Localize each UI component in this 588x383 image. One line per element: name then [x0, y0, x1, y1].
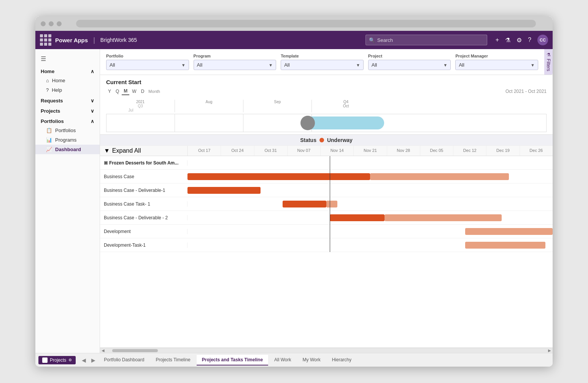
- sidebar-item-help[interactable]: ? Help: [35, 85, 100, 95]
- table-row: ▣ Frozen Desserts for South Am...: [100, 156, 553, 170]
- project-filter-select[interactable]: All ▼: [368, 60, 451, 70]
- sidebar-home-title[interactable]: Home ∧: [35, 65, 100, 76]
- table-row: Business Case Task- 1: [100, 197, 553, 211]
- program-filter-select[interactable]: All ▼: [194, 60, 277, 70]
- zoom-w[interactable]: W: [130, 88, 138, 95]
- home-chevron: ∧: [91, 69, 94, 74]
- table-row: Business Case: [100, 170, 553, 184]
- scroll-right-arrow[interactable]: ▶: [548, 348, 551, 353]
- portfolios-item-label: Portfolios: [55, 128, 76, 133]
- sidebar-projects-title[interactable]: Projects ∨: [35, 105, 100, 115]
- timeline-title: Current Start: [106, 79, 547, 85]
- chart-area-dev: [188, 225, 553, 238]
- bar-bc-solid: [188, 173, 370, 180]
- tab-portfolio-dashboard[interactable]: Portfolio Dashboard: [99, 355, 149, 365]
- bc-label-text: Business Case: [104, 174, 134, 179]
- url-bar[interactable]: [76, 20, 536, 27]
- template-filter-value: All: [284, 62, 289, 68]
- bottom-app-label: Projects ⚙: [38, 356, 76, 364]
- sidebar-item-portfolios[interactable]: 📋 Portfolios: [35, 126, 100, 135]
- tab-nav-prev[interactable]: ◀: [79, 356, 88, 364]
- hamburger-menu[interactable]: ☰: [35, 52, 100, 65]
- filters-bar: Portfolio All ▼ Program All ▼: [100, 49, 544, 75]
- date-headers: Oct 17 Oct 24 Oct 31 Nov 07 Nov 14 Nov 2…: [188, 146, 553, 156]
- portfolio-filter-select[interactable]: All ▼: [106, 60, 189, 70]
- date-col-nov07: Nov 07: [287, 146, 320, 156]
- today-line-dev-t1: [330, 238, 330, 252]
- add-icon[interactable]: +: [496, 37, 499, 43]
- dev-label: Development: [104, 229, 131, 234]
- dashboard-icon: 📈: [46, 147, 52, 152]
- chart-area-project: [188, 156, 553, 170]
- filter-portfolio: Portfolio All ▼: [106, 54, 189, 70]
- tab-all-work[interactable]: All Work: [269, 355, 296, 365]
- date-col-oct31: Oct 31: [254, 146, 287, 156]
- chart-area-bc-d2: [188, 211, 553, 225]
- table-row: Development-Task-1: [100, 238, 553, 252]
- avatar[interactable]: CC: [537, 35, 548, 45]
- zoom-d[interactable]: D: [139, 88, 146, 95]
- tab-hierarchy[interactable]: Hierarchy: [327, 355, 357, 365]
- scrollbar-track[interactable]: [105, 349, 548, 352]
- chart-area-bc-t1: [188, 197, 553, 211]
- sidebar: ☰ Home ∧ ⌂ Home ? Help Requests ∨ Projec…: [35, 49, 100, 353]
- waffle-icon[interactable]: [40, 34, 51, 46]
- timeline-section: Current Start Y Q M W D Month Oct 2021 -…: [100, 75, 553, 135]
- tab-nav-next[interactable]: ▶: [89, 356, 98, 364]
- date-col-oct17: Oct 17: [188, 146, 221, 156]
- tab-projects-tasks-timeline[interactable]: Projects and Tasks Timeline: [197, 355, 268, 365]
- status-value: Underway: [327, 137, 353, 143]
- chart-area-bc-d1: [188, 184, 553, 197]
- sidebar-requests-title[interactable]: Requests ∨: [35, 95, 100, 105]
- bottom-settings-icon[interactable]: ⚙: [68, 358, 72, 362]
- bar-bc-t1-light: [326, 201, 337, 207]
- horizontal-scrollbar[interactable]: ◀ ▶: [100, 348, 553, 353]
- gantt-table: ▼ Expand All Oct 17 Oct 24 Oct 31 Nov 07…: [100, 146, 553, 348]
- template-filter-select[interactable]: All ▼: [281, 60, 364, 70]
- projects-chevron: ∨: [91, 108, 94, 114]
- zoom-m[interactable]: M: [122, 88, 129, 95]
- app-bar: Power Apps | BrightWork 365 🔍 Search + ⚗…: [35, 31, 553, 49]
- brand-name: BrightWork 365: [100, 37, 137, 43]
- filters-side-label: ⚗ Filters: [546, 52, 551, 71]
- scroll-left-arrow[interactable]: ◀: [102, 348, 105, 353]
- filter-program: Program All ▼: [194, 54, 277, 70]
- programs-icon: 📊: [46, 137, 52, 143]
- filters-side-button[interactable]: ⚗ Filters: [544, 49, 553, 75]
- portfolios-icon: 📋: [46, 128, 52, 133]
- expand-all-label: Expand All: [112, 147, 141, 154]
- tab-projects-timeline[interactable]: Projects Timeline: [150, 355, 195, 365]
- search-bar[interactable]: 🔍 Search: [366, 35, 487, 45]
- project-filter-label: Project: [368, 54, 451, 58]
- date-col-dec05: Dec 05: [420, 146, 453, 156]
- title-bar: [35, 16, 553, 31]
- bar-bc-d2-solid: [330, 214, 385, 221]
- help-icon[interactable]: ?: [528, 37, 531, 43]
- app-window: Power Apps | BrightWork 365 🔍 Search + ⚗…: [35, 16, 553, 367]
- date-col-dec12: Dec 12: [453, 146, 486, 156]
- filter-icon[interactable]: ⚗: [505, 37, 510, 44]
- row-label-dev-t1: Development-Task-1: [100, 243, 188, 248]
- pm-filter-select[interactable]: All ▼: [455, 60, 538, 70]
- bar-bc-d2-light: [385, 214, 501, 221]
- date-col-oct24: Oct 24: [221, 146, 254, 156]
- sidebar-item-home[interactable]: ⌂ Home: [35, 76, 100, 85]
- project-filter-value: All: [372, 62, 377, 68]
- app-name: Power Apps: [55, 37, 88, 43]
- table-row: Development: [100, 225, 553, 238]
- expand-all-btn[interactable]: ▼ Expand All: [100, 146, 188, 156]
- bar-dev-t1-light: [465, 242, 545, 249]
- scrollbar-thumb[interactable]: [112, 349, 158, 352]
- tab-my-work[interactable]: My Work: [297, 355, 326, 365]
- main-layout: ☰ Home ∧ ⌂ Home ? Help Requests ∨ Projec…: [35, 49, 553, 353]
- sidebar-portfolios-title[interactable]: Portfolios ∧: [35, 115, 100, 126]
- sidebar-item-dashboard[interactable]: 📈 Dashboard: [35, 145, 100, 154]
- settings-icon[interactable]: ⚙: [516, 37, 522, 44]
- zoom-q[interactable]: Q: [114, 88, 121, 95]
- requests-label: Requests: [41, 98, 63, 104]
- program-filter-label: Program: [194, 54, 277, 58]
- zoom-y[interactable]: Y: [106, 88, 113, 95]
- window-dot-1: [41, 21, 46, 26]
- row-label-bc-t1: Business Case Task- 1: [100, 201, 188, 207]
- sidebar-item-programs[interactable]: 📊 Programs: [35, 135, 100, 145]
